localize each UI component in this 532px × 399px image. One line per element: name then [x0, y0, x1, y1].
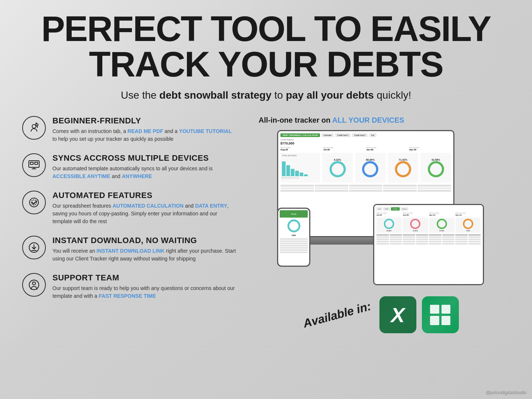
- tablet-table: [376, 234, 481, 245]
- tablet-td: [416, 243, 429, 245]
- tablet-card-4: 7.90%: [456, 218, 481, 233]
- feature-beginner-title: BEGINNER-FRIENDLY: [52, 116, 236, 126]
- tablet-screen: Car Boat Cottage House Debt Free DateJul…: [374, 205, 483, 284]
- tablet-th: [390, 234, 402, 236]
- svg-point-1: [36, 124, 38, 126]
- grid-cell: [430, 316, 439, 325]
- tablet-td: [442, 239, 455, 240]
- tablet-th: [429, 234, 441, 236]
- tablet-pct-1: 42.98%: [386, 230, 392, 232]
- beginner-icon-svg: [27, 121, 41, 134]
- feature-support-title: SUPPORT TEAM: [52, 273, 236, 283]
- highlight-anywhere: ANYWHERE: [122, 173, 152, 179]
- feature-automated-title: AUTOMATED FEATURES: [52, 191, 236, 200]
- tablet-header-row: [376, 234, 481, 236]
- feature-syncs-desc: Our automated template automatically syn…: [52, 165, 236, 180]
- phone-row: [280, 243, 308, 244]
- feature-download-desc: You will receive an INSTANT DOWNLOAD LIN…: [52, 247, 236, 263]
- feature-syncs-text: SYNCS ACCROSS MULTIPLE DEVICES Our autom…: [52, 153, 236, 180]
- right-section: All-in-one tracker on ALL YOUR DEVICES D…: [251, 116, 510, 392]
- tablet-td: [455, 243, 468, 245]
- headline-line2: TRACK YOUR DEBTS: [22, 47, 510, 82]
- feature-download: INSTANT DOWNLOAD, NO WAITING You will re…: [22, 236, 236, 263]
- subtitle: Use the debt snowball strategy to pay al…: [22, 89, 510, 101]
- tablet-td: [468, 243, 481, 245]
- phone-row: [280, 245, 308, 246]
- headline-line1: PERFECT TOOL TO EASILY: [22, 11, 510, 47]
- feature-automated-desc: Our spreadsheet features AUTOMATED CALCU…: [52, 202, 236, 225]
- tablet-td: [442, 243, 455, 245]
- features-list: BEGINNER-FRIENDLY Comes with an instruct…: [22, 116, 236, 392]
- tablet-cards: 42.98% 51.85% 13.34%: [376, 218, 481, 233]
- phone-title: $70,000: [291, 213, 296, 215]
- phone-rows: [280, 238, 308, 253]
- feature-beginner-desc: Comes with an instruction tab, a READ ME…: [52, 127, 236, 143]
- available-label: Available in:: [301, 299, 372, 331]
- tablet-td: [442, 241, 455, 242]
- tablet-tab-house: House: [400, 207, 409, 211]
- main-container: PERFECT TOOL TO EASILY TRACK YOUR DEBTS …: [0, 0, 532, 399]
- tablet-td: [468, 236, 481, 238]
- tablet-td: [468, 239, 481, 240]
- phone-donut: [287, 219, 300, 232]
- tablet-td: [455, 241, 468, 242]
- tablet-td: [429, 236, 441, 238]
- devices-title: All-in-one tracker on ALL YOUR DEVICES: [251, 116, 510, 125]
- tablet-donut-2: [410, 219, 420, 229]
- feature-syncs: SYNCS ACCROSS MULTIPLE DEVICES Our autom…: [22, 153, 236, 180]
- subtitle-text-before: Use the: [121, 89, 159, 101]
- watermark: @prioridigitalstudio: [485, 390, 526, 395]
- grid-cell: [430, 305, 439, 314]
- app-icons: X: [379, 296, 459, 333]
- subtitle-bold1: debt snowball strategy: [159, 89, 271, 101]
- tablet-pct-2: 51.85%: [413, 230, 418, 232]
- subtitle-bold2: pay all your debts: [286, 89, 374, 101]
- tablet-td: [376, 239, 389, 240]
- svg-rect-3: [30, 162, 33, 164]
- tablet-data-row: [376, 241, 481, 242]
- highlight-dataentry: DATA ENTRY: [195, 203, 227, 209]
- feature-beginner-friendly: BEGINNER-FRIENDLY Comes with an instruct…: [22, 116, 236, 143]
- tablet-td: [403, 236, 415, 238]
- feature-syncs-title: SYNCS ACCROSS MULTIPLE DEVICES: [52, 153, 236, 163]
- phone-header: $70,000: [280, 210, 308, 218]
- tablet-card-3: 13.34%: [429, 218, 454, 233]
- syncs-icon: [22, 153, 46, 177]
- tablet-td: [429, 243, 441, 245]
- tablet-donut-1: [384, 219, 394, 229]
- tablet-th: [403, 234, 415, 236]
- tablet-tab-cottage: Cottage: [391, 207, 400, 211]
- feature-support-desc: Our support team is ready to help you wi…: [52, 284, 236, 300]
- auto-mid: and: [184, 203, 195, 209]
- tablet-td: [455, 239, 468, 240]
- tablet-th: [442, 234, 455, 236]
- feature-automated-text: AUTOMATED FEATURES Our spreadsheet featu…: [52, 191, 236, 225]
- tablet-td: [403, 243, 415, 245]
- feature-support: SUPPORT TEAM Our support team is ready t…: [22, 273, 236, 300]
- tablet-tab-car: Car: [376, 207, 382, 211]
- download-icon: [22, 236, 46, 259]
- highlight-readme: READ ME PDF: [127, 128, 163, 134]
- tablet-th: [455, 234, 468, 236]
- tablet-td: [403, 241, 415, 242]
- tablet-td: [390, 236, 402, 238]
- feature-support-text: SUPPORT TEAM Our support team is ready t…: [52, 273, 236, 300]
- highlight-autocalc: AUTOMATED CALCULATION: [113, 203, 184, 209]
- tablet-data-row: [376, 236, 481, 238]
- tablet-td: [416, 236, 429, 238]
- tablet-td: [416, 241, 429, 242]
- available-section: Available in: X: [302, 296, 459, 333]
- tablet-td: [429, 241, 441, 242]
- desc-mid: and a: [163, 128, 179, 134]
- dl-before: You will receive an: [52, 248, 96, 254]
- subtitle-text-after: quickly!: [374, 89, 411, 101]
- tablet-donut-4: [463, 219, 473, 229]
- auto-before: Our spreadsheet features: [52, 203, 113, 209]
- syncs-mid: and: [110, 173, 122, 179]
- phone-screen: $70,000 4.0%: [278, 209, 309, 266]
- automated-icon-svg: [27, 196, 41, 209]
- tablet-td: [376, 241, 389, 242]
- tablet-card-1: 42.98%: [376, 218, 402, 233]
- tablet-tabs: Car Boat Cottage House: [376, 207, 481, 211]
- highlight-accessible: ACCESSIBLE ANYTIME: [52, 173, 110, 179]
